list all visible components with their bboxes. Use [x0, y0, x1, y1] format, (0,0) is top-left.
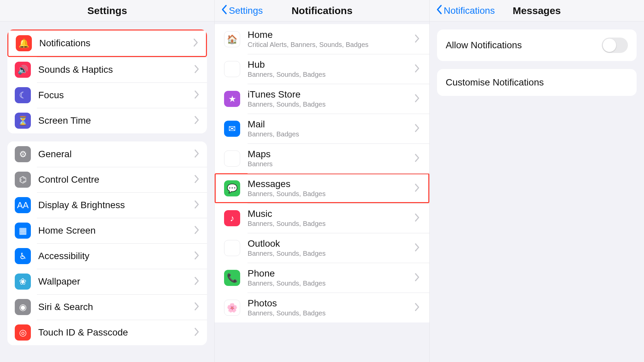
- row-label: Home Screen: [38, 225, 187, 236]
- fingerprint-icon: ◎: [15, 324, 31, 341]
- row-sublabel: Banners, Sounds, Badges: [248, 280, 407, 287]
- row-sublabel: Banners, Sounds, Badges: [248, 71, 407, 78]
- row-labels: PhoneBanners, Sounds, Badges: [248, 268, 407, 287]
- customise-notifications-row[interactable]: Customise Notifications: [437, 69, 637, 96]
- row-labels: PhotosBanners, Sounds, Badges: [248, 298, 407, 317]
- phone-icon: 📞: [224, 270, 240, 286]
- settings-nav: Settings: [0, 0, 214, 21]
- back-label: Notifications: [444, 5, 495, 16]
- notifications-content: 🏠HomeCritical Alerts, Banners, Sounds, B…: [215, 21, 429, 362]
- row-labels: Touch ID & Passcode: [38, 327, 187, 338]
- flower-icon: ❀: [15, 274, 31, 290]
- settings-row-wallpaper[interactable]: ❀Wallpaper: [7, 269, 207, 294]
- chevron-right-icon: [415, 34, 420, 44]
- app-row-photos[interactable]: 🌸PhotosBanners, Sounds, Badges: [215, 293, 429, 322]
- chevron-right-icon: [194, 277, 200, 287]
- settings-row-homescreen[interactable]: ▦Home Screen: [7, 218, 207, 243]
- row-labels: HubBanners, Sounds, Badges: [248, 59, 407, 78]
- hourglass-icon: ⏳: [15, 113, 31, 129]
- settings-group-1: 🔔Notifications🔊Sounds & Haptics☾Focus⏳Sc…: [7, 29, 207, 133]
- row-label: Control Centre: [38, 174, 187, 185]
- siri-icon: ◉: [15, 299, 31, 315]
- settings-content: 🔔Notifications🔊Sounds & Haptics☾Focus⏳Sc…: [0, 21, 214, 362]
- back-to-settings[interactable]: Settings: [221, 4, 263, 17]
- row-labels: Accessibility: [38, 251, 187, 261]
- chevron-right-icon: [415, 183, 420, 193]
- app-row-home[interactable]: 🏠HomeCritical Alerts, Banners, Sounds, B…: [215, 24, 429, 54]
- row-label: Screen Time: [38, 115, 187, 126]
- settings-row-sounds[interactable]: 🔊Sounds & Haptics: [7, 57, 207, 82]
- row-labels: HomeCritical Alerts, Banners, Sounds, Ba…: [248, 29, 407, 49]
- back-label: Settings: [229, 5, 263, 16]
- settings-row-screentime[interactable]: ⏳Screen Time: [7, 108, 207, 133]
- settings-row-general[interactable]: ⚙︎General: [7, 141, 207, 167]
- chevron-right-icon: [194, 226, 200, 236]
- row-label: Notifications: [39, 38, 186, 49]
- back-to-notifications[interactable]: Notifications: [436, 4, 495, 17]
- app-row-music[interactable]: ♪MusicBanners, Sounds, Badges: [215, 203, 429, 233]
- row-labels: Screen Time: [38, 115, 187, 126]
- chevron-right-icon: [193, 38, 199, 48]
- row-label: Siri & Search: [38, 302, 187, 312]
- app-row-maps[interactable]: 🗺MapsBanners: [215, 143, 429, 173]
- messages-content: Allow Notifications Customise Notificati…: [430, 21, 644, 362]
- music-icon: ♪: [224, 210, 240, 226]
- settings-row-controlcentre[interactable]: ⌬Control Centre: [7, 167, 207, 192]
- chevron-right-icon: [194, 90, 200, 100]
- notifications-pane: Settings Notifications 🏠HomeCritical Ale…: [215, 0, 429, 362]
- chevron-right-icon: [415, 273, 420, 283]
- row-labels: iTunes StoreBanners, Sounds, Badges: [248, 89, 407, 108]
- row-labels: MessagesBanners, Sounds, Badges: [248, 179, 407, 198]
- settings-row-siri[interactable]: ◉Siri & Search: [7, 294, 207, 320]
- app-row-mail[interactable]: ✉︎MailBanners, Badges: [215, 114, 429, 143]
- allow-notifications-toggle[interactable]: [602, 38, 628, 53]
- app-notification-list: 🏠HomeCritical Alerts, Banners, Sounds, B…: [215, 24, 429, 322]
- settings-row-display[interactable]: AADisplay & Brightness: [7, 192, 207, 218]
- chevron-right-icon: [194, 65, 200, 75]
- settings-pane: Settings 🔔Notifications🔊Sounds & Haptics…: [0, 0, 215, 362]
- chevron-right-icon: [415, 243, 420, 253]
- messages-nav: Notifications Messages: [430, 0, 644, 21]
- map-icon: 🗺: [224, 150, 240, 167]
- app-row-hub[interactable]: ◆HubBanners, Sounds, Badges: [215, 54, 429, 84]
- row-labels: Home Screen: [38, 225, 187, 236]
- app-row-itunes[interactable]: ★iTunes StoreBanners, Sounds, Badges: [215, 84, 429, 114]
- settings-group-2: ⚙︎General⌬Control CentreAADisplay & Brig…: [7, 141, 207, 345]
- row-labels: MusicBanners, Sounds, Badges: [248, 208, 407, 228]
- row-label: Touch ID & Passcode: [38, 327, 187, 338]
- chevron-left-icon: [221, 4, 227, 17]
- chevron-left-icon: [436, 4, 442, 17]
- settings-row-touchid[interactable]: ◎Touch ID & Passcode: [7, 320, 207, 345]
- row-label: Focus: [38, 90, 187, 101]
- row-labels: Focus: [38, 90, 187, 101]
- row-sublabel: Critical Alerts, Banners, Sounds, Badges: [248, 41, 407, 49]
- gear-icon: ⚙︎: [15, 146, 31, 162]
- person-icon: ♿︎: [15, 248, 31, 264]
- cube-icon: ◆: [224, 61, 240, 77]
- row-label: Maps: [248, 149, 407, 160]
- app-row-messages[interactable]: 💬MessagesBanners, Sounds, Badges: [215, 173, 429, 203]
- row-label: Photos: [248, 298, 407, 309]
- row-labels: OutlookBanners, Sounds, Badges: [248, 238, 407, 257]
- app-row-phone[interactable]: 📞PhoneBanners, Sounds, Badges: [215, 263, 429, 293]
- app-row-outlook[interactable]: ✉︎OutlookBanners, Sounds, Badges: [215, 233, 429, 263]
- row-label: Outlook: [248, 238, 407, 249]
- chevron-right-icon: [415, 154, 420, 164]
- moon-icon: ☾: [15, 87, 31, 103]
- chevron-right-icon: [415, 213, 420, 223]
- row-label: Wallpaper: [38, 276, 187, 287]
- row-sublabel: Banners, Sounds, Badges: [248, 309, 407, 317]
- chevron-right-icon: [415, 94, 420, 104]
- chevron-right-icon: [194, 302, 200, 312]
- row-label: Hub: [248, 59, 407, 70]
- toggle-knob: [603, 39, 616, 52]
- row-label: Sounds & Haptics: [38, 64, 187, 75]
- settings-row-notifications[interactable]: 🔔Notifications: [7, 29, 207, 57]
- row-label: Phone: [248, 268, 407, 279]
- outlook-icon: ✉︎: [224, 240, 240, 256]
- bell-icon: 🔔: [16, 35, 32, 51]
- settings-row-accessibility[interactable]: ♿︎Accessibility: [7, 243, 207, 269]
- row-label: Mail: [248, 119, 407, 130]
- settings-row-focus[interactable]: ☾Focus: [7, 82, 207, 108]
- notifications-title: Notifications: [291, 5, 353, 16]
